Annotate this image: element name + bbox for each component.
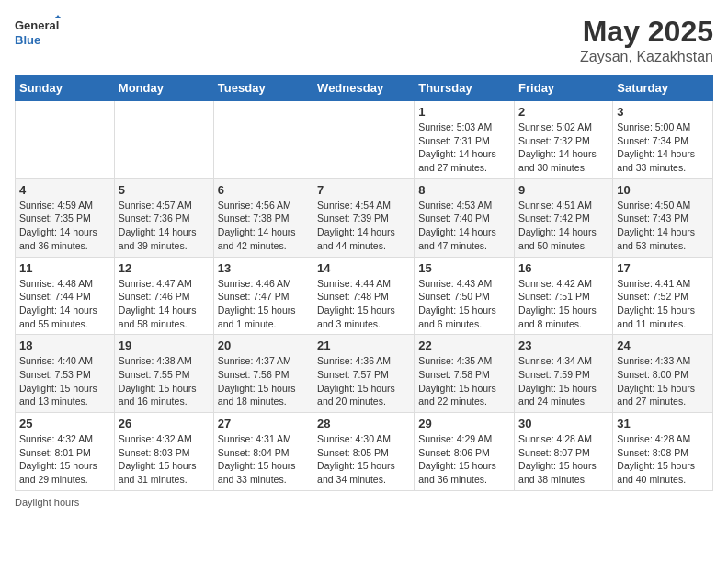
day-number: 3 (617, 105, 709, 119)
day-number: 6 (218, 183, 309, 197)
day-number: 28 (317, 417, 410, 431)
header-cell-thursday: Thursday (415, 75, 515, 101)
week-row-0: 1Sunrise: 5:03 AMSunset: 7:31 PMDaylight… (16, 101, 713, 179)
svg-text:General: General (15, 18, 59, 32)
logo: General Blue (15, 15, 61, 52)
day-number: 5 (119, 183, 210, 197)
day-info: Sunrise: 4:28 AMSunset: 8:07 PMDaylight:… (518, 432, 609, 487)
day-number: 16 (518, 261, 609, 275)
calendar-table: SundayMondayTuesdayWednesdayThursdayFrid… (15, 75, 713, 491)
day-number: 25 (19, 417, 110, 431)
calendar-body: 1Sunrise: 5:03 AMSunset: 7:31 PMDaylight… (16, 101, 713, 491)
day-info: Sunrise: 4:48 AMSunset: 7:44 PMDaylight:… (19, 277, 110, 331)
day-info: Sunrise: 4:32 AMSunset: 8:03 PMDaylight:… (119, 432, 210, 487)
day-number: 19 (119, 339, 210, 352)
header-cell-monday: Monday (114, 75, 213, 101)
calendar-cell: 16Sunrise: 4:42 AMSunset: 7:51 PMDayligh… (515, 257, 613, 335)
day-number: 29 (418, 417, 510, 431)
day-number: 9 (518, 183, 609, 197)
header-cell-sunday: Sunday (16, 75, 115, 101)
calendar-cell: 20Sunrise: 4:37 AMSunset: 7:56 PMDayligh… (213, 335, 313, 413)
calendar-cell: 4Sunrise: 4:59 AMSunset: 7:35 PMDaylight… (16, 178, 115, 257)
day-info: Sunrise: 4:53 AMSunset: 7:40 PMDaylight:… (418, 199, 510, 253)
day-number: 11 (19, 261, 110, 275)
day-info: Sunrise: 4:29 AMSunset: 8:06 PMDaylight:… (418, 432, 510, 487)
day-number: 1 (418, 105, 510, 119)
calendar-cell: 10Sunrise: 4:50 AMSunset: 7:43 PMDayligh… (613, 178, 713, 257)
footer-note: Daylight hours (15, 497, 713, 508)
day-info: Sunrise: 5:03 AMSunset: 7:31 PMDaylight:… (418, 121, 510, 175)
day-info: Sunrise: 4:47 AMSunset: 7:46 PMDaylight:… (119, 277, 210, 331)
day-number: 31 (617, 417, 709, 431)
day-info: Sunrise: 5:02 AMSunset: 7:32 PMDaylight:… (518, 121, 609, 175)
day-info: Sunrise: 4:51 AMSunset: 7:42 PMDaylight:… (518, 199, 609, 253)
calendar-cell: 24Sunrise: 4:33 AMSunset: 8:00 PMDayligh… (613, 335, 713, 413)
calendar-cell: 3Sunrise: 5:00 AMSunset: 7:34 PMDaylight… (613, 101, 713, 179)
header-row: SundayMondayTuesdayWednesdayThursdayFrid… (16, 75, 713, 101)
calendar-cell: 30Sunrise: 4:28 AMSunset: 8:07 PMDayligh… (515, 413, 613, 491)
calendar-cell: 8Sunrise: 4:53 AMSunset: 7:40 PMDaylight… (415, 178, 515, 257)
day-info: Sunrise: 4:42 AMSunset: 7:51 PMDaylight:… (518, 277, 609, 331)
calendar-cell: 22Sunrise: 4:35 AMSunset: 7:58 PMDayligh… (415, 335, 515, 413)
day-number: 27 (218, 417, 309, 431)
day-number: 8 (418, 183, 510, 197)
day-info: Sunrise: 4:35 AMSunset: 7:58 PMDaylight:… (418, 354, 510, 408)
day-info: Sunrise: 4:28 AMSunset: 8:08 PMDaylight:… (617, 432, 709, 487)
calendar-cell: 13Sunrise: 4:46 AMSunset: 7:47 PMDayligh… (213, 257, 313, 335)
svg-marker-2 (55, 15, 61, 18)
day-number: 13 (218, 261, 309, 275)
day-info: Sunrise: 4:30 AMSunset: 8:05 PMDaylight:… (317, 432, 410, 487)
calendar-cell: 23Sunrise: 4:34 AMSunset: 7:59 PMDayligh… (515, 335, 613, 413)
calendar-cell: 14Sunrise: 4:44 AMSunset: 7:48 PMDayligh… (313, 257, 415, 335)
week-row-4: 25Sunrise: 4:32 AMSunset: 8:01 PMDayligh… (16, 413, 713, 491)
day-info: Sunrise: 4:33 AMSunset: 8:00 PMDaylight:… (617, 354, 709, 408)
calendar-cell (114, 101, 213, 179)
calendar-header: SundayMondayTuesdayWednesdayThursdayFrid… (16, 75, 713, 101)
page-header: General Blue May 2025 Zaysan, Kazakhstan (15, 15, 713, 65)
day-number: 17 (617, 261, 709, 275)
calendar-cell: 28Sunrise: 4:30 AMSunset: 8:05 PMDayligh… (313, 413, 415, 491)
header-cell-wednesday: Wednesday (313, 75, 415, 101)
header-cell-saturday: Saturday (613, 75, 713, 101)
day-number: 23 (518, 339, 609, 352)
calendar-cell: 9Sunrise: 4:51 AMSunset: 7:42 PMDaylight… (515, 178, 613, 257)
calendar-cell: 19Sunrise: 4:38 AMSunset: 7:55 PMDayligh… (114, 335, 213, 413)
week-row-3: 18Sunrise: 4:40 AMSunset: 7:53 PMDayligh… (16, 335, 713, 413)
day-info: Sunrise: 4:31 AMSunset: 8:04 PMDaylight:… (218, 432, 309, 487)
week-row-1: 4Sunrise: 4:59 AMSunset: 7:35 PMDaylight… (16, 178, 713, 257)
day-info: Sunrise: 4:37 AMSunset: 7:56 PMDaylight:… (218, 354, 309, 408)
day-info: Sunrise: 4:59 AMSunset: 7:35 PMDaylight:… (19, 199, 110, 253)
day-number: 30 (518, 417, 609, 431)
day-number: 26 (119, 417, 210, 431)
day-number: 20 (218, 339, 309, 352)
calendar-cell: 12Sunrise: 4:47 AMSunset: 7:46 PMDayligh… (114, 257, 213, 335)
calendar-cell: 17Sunrise: 4:41 AMSunset: 7:52 PMDayligh… (613, 257, 713, 335)
day-info: Sunrise: 5:00 AMSunset: 7:34 PMDaylight:… (617, 121, 709, 175)
day-number: 7 (317, 183, 410, 197)
day-info: Sunrise: 4:56 AMSunset: 7:38 PMDaylight:… (218, 199, 309, 253)
calendar-cell: 31Sunrise: 4:28 AMSunset: 8:08 PMDayligh… (613, 413, 713, 491)
calendar-cell: 6Sunrise: 4:56 AMSunset: 7:38 PMDaylight… (213, 178, 313, 257)
day-info: Sunrise: 4:54 AMSunset: 7:39 PMDaylight:… (317, 199, 410, 253)
calendar-cell: 21Sunrise: 4:36 AMSunset: 7:57 PMDayligh… (313, 335, 415, 413)
day-number: 10 (617, 183, 709, 197)
calendar-cell: 29Sunrise: 4:29 AMSunset: 8:06 PMDayligh… (415, 413, 515, 491)
day-number: 22 (418, 339, 510, 352)
calendar-cell (213, 101, 313, 179)
calendar-cell: 5Sunrise: 4:57 AMSunset: 7:36 PMDaylight… (114, 178, 213, 257)
calendar-cell: 1Sunrise: 5:03 AMSunset: 7:31 PMDaylight… (415, 101, 515, 179)
week-row-2: 11Sunrise: 4:48 AMSunset: 7:44 PMDayligh… (16, 257, 713, 335)
svg-text:Blue: Blue (15, 33, 40, 47)
day-info: Sunrise: 4:34 AMSunset: 7:59 PMDaylight:… (518, 354, 609, 408)
day-number: 4 (19, 183, 110, 197)
calendar-cell: 11Sunrise: 4:48 AMSunset: 7:44 PMDayligh… (16, 257, 115, 335)
calendar-cell: 25Sunrise: 4:32 AMSunset: 8:01 PMDayligh… (16, 413, 115, 491)
main-title: May 2025 (580, 15, 713, 49)
day-number: 21 (317, 339, 410, 352)
day-info: Sunrise: 4:40 AMSunset: 7:53 PMDaylight:… (19, 354, 110, 408)
day-info: Sunrise: 4:46 AMSunset: 7:47 PMDaylight:… (218, 277, 309, 331)
day-number: 15 (418, 261, 510, 275)
day-info: Sunrise: 4:32 AMSunset: 8:01 PMDaylight:… (19, 432, 110, 487)
title-area: May 2025 Zaysan, Kazakhstan (580, 15, 713, 65)
calendar-cell: 26Sunrise: 4:32 AMSunset: 8:03 PMDayligh… (114, 413, 213, 491)
